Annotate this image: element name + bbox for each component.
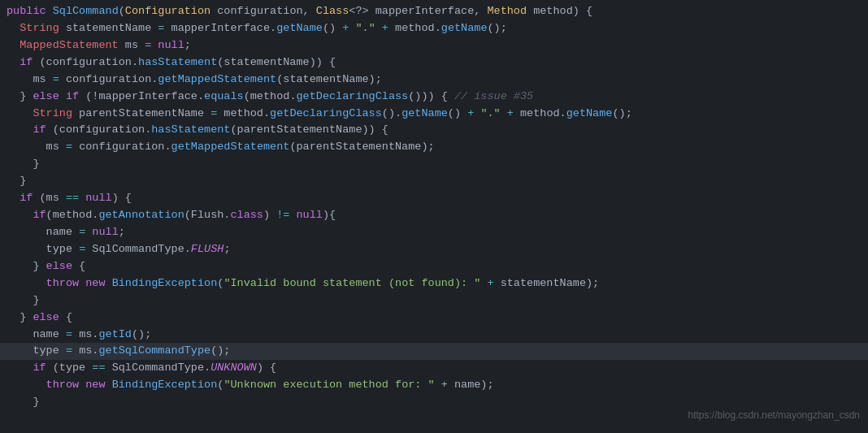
code-line: ms = configuration.getMappedStatement(pa… [0,139,868,156]
code-token: ())) { [408,89,454,106]
code-token [501,106,507,123]
code-token: ) [263,207,276,224]
code-token [480,275,487,292]
code-token: throw [46,377,80,394]
code-token: (). [382,106,401,123]
code-token: name [7,224,79,241]
code-token: getName [276,20,323,37]
code-token: } [7,258,46,275]
code-line: type = SqlCommandType.FLUSH; [0,241,868,258]
code-line: String statementName = mapperInterface.g… [0,20,868,37]
code-token: = [79,224,85,241]
code-token: getName [401,106,448,123]
code-token: // issue #35 [454,89,533,106]
code-token: statementName); [494,275,600,292]
code-line: } [0,173,868,190]
code-token: ; [119,224,125,241]
code-token: + [507,106,514,123]
code-line: name = null; [0,224,868,241]
code-token [85,224,92,241]
code-token: type [7,241,79,258]
code-token: Class [316,3,349,20]
code-token: String [33,106,72,123]
code-token: getName [566,106,613,123]
code-token: class [230,207,263,224]
code-token: (ms [33,190,66,207]
code-token: { [72,258,85,275]
code-line: name = ms.getId(); [0,327,868,344]
code-token: ){ [323,207,336,224]
code-token: ms. [72,327,98,344]
code-token: = [79,241,85,258]
code-token: String [20,20,59,37]
code-token: equals [204,89,244,106]
code-token [151,37,158,54]
code-token: (! [79,89,98,106]
code-token: <?> [349,3,375,20]
code-token: + [342,20,349,37]
code-token: == [66,190,79,207]
code-token: () [323,20,342,37]
code-token [79,377,85,394]
code-token [79,190,85,207]
code-token [79,275,85,292]
code-token: ms [7,139,66,156]
code-token: } [7,394,40,411]
code-token [289,207,296,224]
code-token: ; [224,241,230,258]
code-token: ) { [112,190,132,207]
code-token: if [66,89,79,106]
code-line: MappedStatement ms = null; [0,37,868,54]
code-token: (configuration. [33,54,138,71]
code-line: throw new BindingException("Invalid boun… [0,275,868,292]
code-token: else [46,258,72,275]
code-token: FLUSH [191,241,224,258]
code-token: throw [46,275,80,292]
code-token: = [66,327,72,344]
code-token: + name); [435,377,494,394]
code-token: if [33,207,46,224]
code-line: if (ms == null) { [0,190,868,207]
code-token: = [210,106,217,123]
code-token [7,377,46,394]
code-token: (parentStatementName)) { [230,122,388,139]
code-token: getMappedStatement [171,139,290,156]
code-line: } [0,292,868,310]
code-token: + [467,106,474,123]
code-token [7,20,20,37]
code-token: = [66,139,72,156]
code-line: } else if (!mapperInterface.equals(metho… [0,89,868,106]
code-token: = [145,37,151,54]
code-token: method. [217,106,270,123]
code-token: ms [7,71,53,89]
code-token: (configuration. [46,122,152,139]
code-token: BindingException [112,275,218,292]
code-token: public [7,3,53,20]
code-token: method. [514,106,566,123]
code-token: = [158,20,164,37]
code-token: } [7,89,33,106]
code-line: } else { [0,310,868,327]
code-token [375,20,382,37]
code-token: != [276,207,289,224]
code-token: } [7,292,40,310]
code-token: mapperInterface. [164,20,276,37]
code-token: == [92,360,105,377]
code-token: = [66,343,72,360]
code-token: = [53,71,59,89]
code-token: hasStatement [151,122,230,139]
code-token: new [85,377,105,394]
code-token: (); [210,343,230,360]
code-token: configuration. [59,71,158,89]
code-token: (statementName)) { [217,54,336,71]
code-token: ms. [72,343,98,360]
code-token: null [85,190,111,207]
code-line: String parentStatementName = method.getD… [0,106,868,123]
code-token [7,37,20,54]
code-token: new [85,275,105,292]
code-line: if (type == SqlCommandType.UNKNOWN) { [0,360,868,377]
code-token: "Invalid bound statement (not found): " [224,275,480,292]
code-token: type [7,343,66,360]
code-token: UNKNOWN [210,360,257,377]
code-token: mapperInterface [375,3,475,20]
